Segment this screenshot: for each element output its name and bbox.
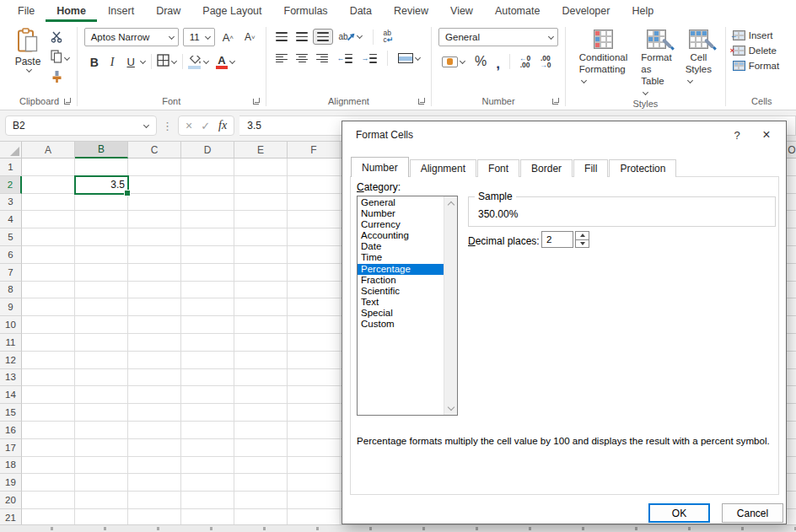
- cell-b4[interactable]: [75, 211, 128, 228]
- cell-c4[interactable]: [128, 211, 181, 228]
- scroll-down-icon[interactable]: [444, 402, 457, 415]
- cell-a12[interactable]: [22, 352, 75, 369]
- cell-d9[interactable]: [181, 298, 234, 316]
- formula-enter-button[interactable]: ✓: [201, 120, 210, 132]
- cell-b14[interactable]: [75, 386, 128, 404]
- decrease-indent-button[interactable]: ←: [333, 51, 356, 66]
- menu-tab-review[interactable]: Review: [383, 0, 439, 22]
- cell-b11[interactable]: [75, 334, 128, 352]
- cell-d16[interactable]: [181, 422, 234, 439]
- cell-e6[interactable]: [234, 246, 288, 264]
- increase-indent-button[interactable]: →: [358, 51, 380, 66]
- cell-a5[interactable]: [22, 228, 75, 246]
- format-as-table-button[interactable]: Format as Table: [634, 28, 678, 99]
- category-item-date[interactable]: Date: [358, 241, 444, 252]
- cell-f16[interactable]: [288, 422, 341, 439]
- cell-d2[interactable]: [181, 176, 234, 194]
- wrap-text-button[interactable]: ab c↵: [380, 28, 397, 46]
- cell-b15[interactable]: [75, 404, 128, 422]
- cell-d11[interactable]: [181, 334, 234, 352]
- menu-tab-view[interactable]: View: [439, 0, 484, 22]
- cell-e13[interactable]: [234, 369, 288, 387]
- cell-c16[interactable]: [128, 422, 181, 439]
- cell-d8[interactable]: [181, 282, 234, 299]
- dialog-tab-border[interactable]: Border: [520, 159, 573, 177]
- name-box[interactable]: B2: [5, 116, 157, 136]
- cell-a2[interactable]: [22, 176, 75, 194]
- row-header-1[interactable]: 1: [0, 159, 22, 176]
- cell-b16[interactable]: [75, 422, 128, 439]
- cell-f5[interactable]: [288, 228, 341, 246]
- column-header-c[interactable]: C: [128, 142, 181, 159]
- cell-b10[interactable]: [75, 316, 128, 334]
- cell-e1[interactable]: [234, 159, 288, 176]
- align-center-button[interactable]: [293, 51, 311, 66]
- cell-a19[interactable]: [22, 474, 75, 492]
- cell-f20[interactable]: [288, 492, 341, 509]
- cell-c2[interactable]: [128, 176, 181, 194]
- cell-d6[interactable]: [181, 246, 234, 264]
- cell-e4[interactable]: [234, 211, 288, 228]
- formula-cancel-button[interactable]: ×: [186, 119, 192, 132]
- column-header-b[interactable]: B: [75, 142, 128, 159]
- cell-c3[interactable]: [128, 194, 181, 212]
- cell-d1[interactable]: [181, 159, 234, 176]
- cell-c12[interactable]: [128, 352, 181, 369]
- insert-function-button[interactable]: fx: [218, 119, 227, 132]
- dialog-tab-alignment[interactable]: Alignment: [410, 159, 476, 177]
- menu-tab-home[interactable]: Home: [46, 0, 97, 22]
- cell-a9[interactable]: [22, 298, 75, 316]
- cell-e19[interactable]: [234, 474, 288, 492]
- cell-c19[interactable]: [128, 474, 181, 492]
- italic-button[interactable]: I: [105, 56, 121, 69]
- menu-tab-draw[interactable]: Draw: [145, 0, 191, 22]
- cell-d3[interactable]: [181, 194, 234, 212]
- cell-f17[interactable]: [288, 439, 341, 457]
- cell-f4[interactable]: [288, 211, 341, 228]
- row-header-9[interactable]: 9: [0, 298, 22, 316]
- cell-e2[interactable]: [234, 176, 288, 194]
- menu-tab-page-layout[interactable]: Page Layout: [191, 0, 272, 22]
- dialog-tab-protection[interactable]: Protection: [609, 159, 676, 177]
- dialog-tab-fill[interactable]: Fill: [573, 159, 608, 177]
- cell-e12[interactable]: [234, 352, 288, 369]
- menu-tab-automate[interactable]: Automate: [484, 0, 551, 22]
- cell-e15[interactable]: [234, 404, 288, 422]
- row-header-3[interactable]: 3: [0, 194, 22, 212]
- cell-e8[interactable]: [234, 282, 288, 299]
- format-cells-button[interactable]: Format: [733, 61, 779, 71]
- cell-b7[interactable]: [75, 264, 128, 282]
- cell-b20[interactable]: [75, 492, 128, 509]
- cell-b17[interactable]: [75, 439, 128, 457]
- copy-button[interactable]: [51, 50, 70, 67]
- cell-d5[interactable]: [181, 228, 234, 246]
- cell-d18[interactable]: [181, 457, 234, 475]
- category-item-scientific[interactable]: Scientific: [358, 286, 444, 297]
- cell-c20[interactable]: [128, 492, 181, 509]
- decrease-decimal-button[interactable]: .00 →0: [536, 52, 554, 71]
- cell-a8[interactable]: [22, 282, 75, 299]
- clipboard-dialog-launcher[interactable]: [64, 98, 71, 105]
- cell-f1[interactable]: [288, 159, 341, 176]
- comma-style-button[interactable]: ,: [492, 53, 503, 71]
- row-header-14[interactable]: 14: [0, 386, 22, 404]
- cell-f2[interactable]: [288, 176, 341, 194]
- select-all-corner[interactable]: [0, 142, 22, 159]
- cell-f12[interactable]: [288, 352, 341, 369]
- row-header-13[interactable]: 13: [0, 369, 22, 387]
- cell-c7[interactable]: [128, 264, 181, 282]
- cell-f8[interactable]: [288, 282, 341, 299]
- cell-e9[interactable]: [234, 298, 288, 316]
- cell-a20[interactable]: [22, 492, 75, 509]
- cell-c1[interactable]: [128, 159, 181, 176]
- dialog-tab-font[interactable]: Font: [477, 159, 519, 177]
- cell-c17[interactable]: [128, 439, 181, 457]
- cell-b8[interactable]: [75, 282, 128, 299]
- cell-b6[interactable]: [75, 246, 128, 264]
- cell-b12[interactable]: [75, 352, 128, 369]
- active-cell-selection[interactable]: [74, 175, 129, 195]
- cell-f13[interactable]: [288, 369, 341, 387]
- category-item-number[interactable]: Number: [358, 208, 444, 219]
- cell-c9[interactable]: [128, 298, 181, 316]
- category-item-fraction[interactable]: Fraction: [358, 275, 444, 286]
